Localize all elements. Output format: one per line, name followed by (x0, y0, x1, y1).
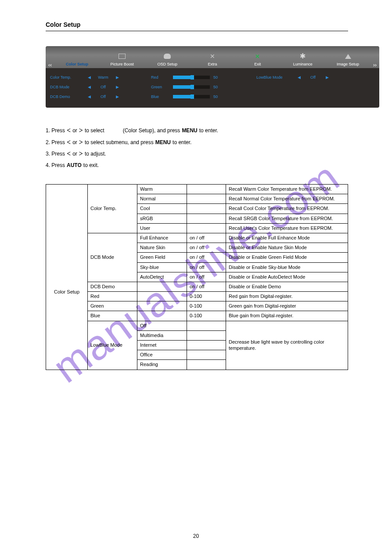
heading-rule (46, 31, 348, 31)
arrow-right-icon: ▶ (114, 94, 120, 99)
greater-than-icon: > (77, 148, 85, 160)
osd-row-dcb-demo: DCB Demo ◀ Off ▶ Blue 50 (50, 92, 375, 102)
cell: Disable or Enable Sky-blue Mode (226, 262, 348, 272)
osd-tab-exit: ✕ Exit (235, 52, 280, 68)
cell: Normal (137, 194, 187, 204)
group-lowblue: LowBlue Mode (88, 321, 137, 370)
osd-tab-label: Picture Boost (111, 62, 134, 66)
cell: Disable or Enable Demo (226, 282, 348, 291)
slider-red: 50 (173, 75, 243, 80)
cell: Recall Warm Color Temperature from EEPRO… (226, 185, 348, 194)
row-label: Color Temp. (50, 75, 86, 80)
menu-keyword: MENU (155, 137, 171, 148)
step-text: to select (85, 125, 104, 136)
cell: on / off (187, 233, 226, 243)
step-text: 4. Press (46, 160, 65, 171)
osd-screenshot: ‹‹ Color Setup Picture Boost OSD Setup ✕… (46, 46, 379, 108)
cell (187, 223, 226, 233)
osd-setup-icon (163, 52, 172, 61)
slider-blue: 50 (173, 94, 243, 99)
arrow-left-icon: ◀ (86, 85, 92, 89)
osd-tab-label: Image Setup (337, 62, 359, 66)
step-text: to adjust. (85, 148, 106, 160)
group-red: Red (88, 292, 137, 301)
cell (137, 292, 187, 301)
cell: Multimedia (137, 330, 187, 340)
osd-tab-label: Color Setup (66, 62, 88, 66)
osd-tabs-scroll-left-icon: ‹‹ (46, 62, 54, 68)
less-than-icon: < (65, 125, 72, 136)
cell: Disable or Enable Full Enhance Mode (226, 233, 348, 243)
cell: Recall Cool Color Temperature from EEPRO… (226, 204, 348, 214)
instruction-step-4: 4. Press AUTO to exit. (46, 160, 348, 171)
group-dcb-demo: DCB Demo (88, 282, 137, 291)
balls-icon (52, 259, 81, 286)
cell: Reading (137, 360, 187, 370)
group-color-temp: Color Temp. (88, 185, 137, 233)
osd-tabs-scroll-right-icon: ›› (370, 62, 379, 68)
exit-icon: ✕ (253, 52, 262, 61)
arrow-right-icon: ▶ (114, 85, 120, 89)
instruction-step-2: 2. Press < or > to select submenu, and p… (46, 137, 348, 148)
table-row: DCB Demo on / off Disable or Enable Demo (46, 282, 348, 291)
cell: 0-100 (187, 311, 226, 321)
rgb-label-green: Green (151, 85, 173, 89)
cell: Nature Skin (137, 243, 187, 253)
cell: Disable or Enable Nature Skin Mode (226, 243, 348, 253)
rgb-label-red: Red (151, 75, 173, 80)
cell (187, 341, 226, 350)
table-row: Blue 0-100 Blue gain from Digital-regist… (46, 311, 348, 321)
cell: Disable or Enable AutoDetect Mode (226, 272, 348, 282)
lowblue-label: LowBlue Mode (256, 75, 296, 80)
less-than-icon: < (65, 148, 72, 160)
slider-green: 50 (173, 85, 243, 89)
step-text: to select submenu, and press (85, 137, 154, 148)
cell: User (137, 223, 187, 233)
osd-tab-label: Extra (208, 62, 217, 66)
cell: Recall User's Color Temperature from EEP… (226, 223, 348, 233)
step-text: 3. Press (46, 148, 65, 160)
table-row: Green 0-100 Green gain from Digital-regi… (46, 301, 348, 311)
less-than-icon: < (65, 137, 72, 148)
cell (187, 204, 226, 214)
cell: Recall SRGB Color Temperature from EEPRO… (226, 214, 348, 223)
extra-icon: ✕ (208, 52, 217, 61)
osd-tab-luminance: ✱ Luminance (280, 52, 325, 68)
category-cell: Color Setup (49, 259, 85, 295)
cell: Full Enhance (137, 233, 187, 243)
table-row: Red 0-100 Red gain from Digital-register… (46, 292, 348, 301)
rgb-label-blue: Blue (151, 94, 173, 99)
row-value: Off (92, 94, 114, 99)
category-caption: Color Setup (54, 289, 79, 295)
cell: Blue gain from Digital-register. (226, 311, 348, 321)
cell: 0-100 (187, 292, 226, 301)
auto-keyword: AUTO (67, 160, 82, 171)
slider-value: 50 (213, 85, 218, 89)
group-dcb-mode: DCB Mode (88, 233, 137, 282)
cell: on / off (187, 282, 226, 291)
cell: Green gain from Digital-register (226, 301, 348, 311)
arrow-left-icon: ◀ (86, 94, 92, 99)
greater-than-icon: > (77, 137, 85, 148)
row-label: DCB Demo (50, 94, 86, 99)
cell: Recall Normal Color Temperature from EEP… (226, 194, 348, 204)
step-text: or (72, 137, 77, 148)
osd-row-dcb-mode: DCB Mode ◀ Off ▶ Green 50 (50, 82, 375, 92)
lowblue-value: Off (302, 75, 324, 80)
osd-tab-image-setup: Image Setup (325, 52, 370, 68)
cell (137, 301, 187, 311)
step-text: 2. Press (46, 137, 65, 148)
slider-value: 50 (213, 94, 218, 99)
cell (187, 194, 226, 204)
balls-icon (72, 52, 81, 61)
cell: Green Field (137, 253, 187, 262)
cell (187, 360, 226, 370)
instruction-step-3: 3. Press < or > to adjust. (46, 148, 348, 160)
cell: Internet (137, 341, 187, 350)
arrow-right-icon: ▶ (324, 75, 330, 80)
cell: Decrease blue light wave by controlling … (226, 321, 348, 370)
instruction-step-1: 1. Press < or > to select (Color Setup),… (46, 124, 348, 137)
group-blue: Blue (88, 311, 137, 321)
osd-tab-label: Exit (254, 62, 261, 66)
instructions: 1. Press < or > to select (Color Setup),… (46, 124, 348, 171)
